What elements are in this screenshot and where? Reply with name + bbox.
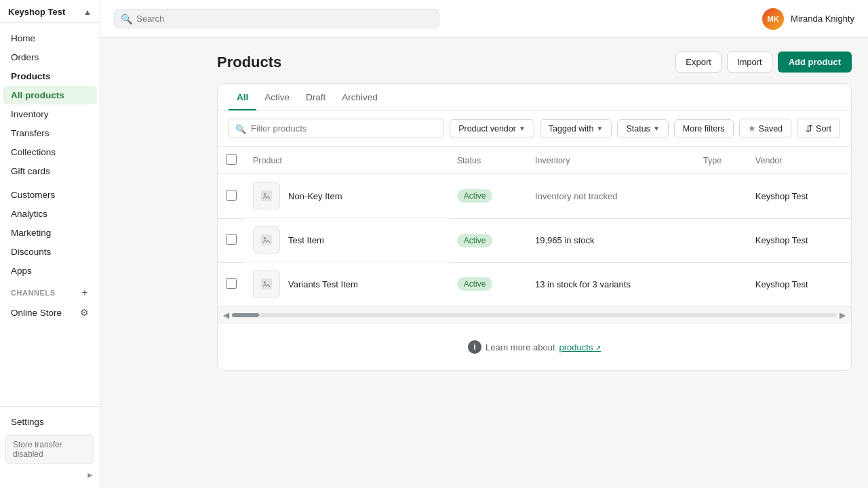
page-header: Products Export Import Add product	[217, 52, 852, 73]
product-vendor-label: Product vendor	[458, 124, 516, 134]
learn-more-text: Learn more about	[486, 342, 555, 352]
sidebar: Keyshop Test ▲ Home Orders Products All …	[0, 0, 100, 488]
row-checkbox-0[interactable]	[226, 190, 237, 201]
sidebar-item-orders[interactable]: Orders	[3, 48, 97, 66]
main-content: Products Export Import Add product All A…	[201, 38, 868, 488]
table-row[interactable]: Non-Key Item Active Inventory not tracke…	[218, 174, 851, 219]
learn-more-section: i Learn more about products ↗	[218, 324, 851, 370]
table-row[interactable]: Variants Test Item Active 13 in stock fo…	[218, 262, 851, 306]
svg-rect-4	[261, 279, 272, 289]
row-checkbox-cell	[218, 262, 245, 306]
col-header-status: Status	[449, 147, 527, 174]
select-all-cell	[218, 147, 245, 174]
status-filter[interactable]: Status ▼	[617, 119, 668, 138]
row-status-cell: Active	[449, 174, 527, 219]
sidebar-item-discounts[interactable]: Discounts	[3, 243, 97, 261]
sidebar-item-home[interactable]: Home	[3, 29, 97, 47]
sidebar-item-all-products[interactable]: All products	[3, 86, 97, 104]
vendor-name: Keyshop Test	[755, 279, 808, 289]
tab-all[interactable]: All	[229, 84, 256, 110]
inventory-text: 19,965 in stock	[535, 235, 594, 245]
tab-archived[interactable]: Archived	[334, 84, 386, 110]
chevron-down-icon: ▼	[519, 125, 526, 132]
scroll-left-arrow[interactable]: ◀	[223, 310, 229, 320]
sidebar-item-online-store[interactable]: Online Store ⚙	[3, 303, 97, 322]
row-product-cell: Variants Test Item	[245, 262, 449, 306]
settings-icon[interactable]: ⚙	[80, 307, 89, 318]
chevron-right-icon[interactable]: ►	[86, 470, 94, 480]
avatar[interactable]: MK	[762, 8, 784, 30]
svg-point-1	[264, 193, 266, 195]
tab-draft[interactable]: Draft	[298, 84, 334, 110]
tagged-with-filter[interactable]: Tagged with ▼	[540, 119, 612, 138]
sort-button[interactable]: ⇵ Sort	[797, 119, 840, 138]
topbar: 🔍 MK Miranda Knighty	[100, 0, 868, 38]
topbar-search-wrap: 🔍	[114, 9, 439, 28]
topbar-search-input[interactable]	[114, 9, 439, 28]
select-all-checkbox[interactable]	[226, 154, 237, 165]
sidebar-item-transfers[interactable]: Transfers	[3, 124, 97, 142]
sidebar-item-collections[interactable]: Collections	[3, 143, 97, 161]
product-image-0	[253, 182, 280, 209]
product-image-1	[253, 226, 280, 253]
row-inventory-cell: 13 in stock for 3 variants	[527, 262, 695, 306]
sidebar-item-marketing[interactable]: Marketing	[3, 224, 97, 242]
row-inventory-cell: 19,965 in stock	[527, 218, 695, 262]
sidebar-item-label: Transfers	[11, 128, 50, 138]
svg-point-3	[264, 237, 266, 239]
sidebar-item-label: Products	[11, 71, 51, 81]
row-product-cell: Test Item	[245, 218, 449, 262]
sidebar-item-apps[interactable]: Apps	[3, 262, 97, 280]
sidebar-item-settings[interactable]: Settings	[3, 413, 97, 431]
row-checkbox-cell	[218, 174, 245, 219]
chevron-down-icon[interactable]: ▲	[83, 7, 92, 17]
table-row[interactable]: Test Item Active 19,965 in stock Keyshop…	[218, 218, 851, 262]
search-icon: 🔍	[121, 14, 132, 24]
info-icon: i	[468, 340, 481, 354]
tabs: All Active Draft Archived	[218, 84, 851, 110]
row-product-cell: Non-Key Item	[245, 174, 449, 218]
product-name: Variants Test Item	[288, 279, 358, 289]
sidebar-item-label: Inventory	[11, 109, 49, 119]
more-filters-button[interactable]: More filters	[674, 119, 734, 138]
tab-active[interactable]: Active	[256, 84, 298, 110]
export-button[interactable]: Export	[675, 52, 722, 73]
import-button[interactable]: Import	[727, 52, 772, 73]
sidebar-item-inventory[interactable]: Inventory	[3, 105, 97, 123]
inventory-text: 13 in stock for 3 variants	[535, 279, 631, 289]
filters-row: 🔍 Product vendor ▼ Tagged with ▼ Status …	[218, 110, 851, 147]
table-body: Non-Key Item Active Inventory not tracke…	[218, 174, 851, 306]
external-link-icon: ↗	[595, 344, 601, 352]
add-product-button[interactable]: Add product	[778, 52, 852, 73]
products-link[interactable]: products ↗	[559, 342, 601, 352]
sidebar-item-label: Settings	[11, 417, 44, 427]
channels-label: CHANNELS	[11, 289, 56, 297]
more-filters-label: More filters	[683, 124, 725, 134]
scroll-right-arrow[interactable]: ▶	[840, 310, 846, 320]
sidebar-item-label: Marketing	[11, 228, 51, 238]
col-header-type: Type	[695, 147, 747, 174]
channels-section-header: CHANNELS +	[0, 281, 100, 302]
chevron-down-icon: ▼	[597, 125, 604, 132]
topbar-username[interactable]: Miranda Knighty	[791, 14, 854, 24]
row-vendor-cell: Keyshop Test	[747, 218, 851, 262]
sidebar-item-analytics[interactable]: Analytics	[3, 205, 97, 223]
sidebar-item-label: Gift cards	[11, 166, 50, 176]
row-checkbox-2[interactable]	[226, 278, 237, 289]
store-transfer-badge: Store transfer disabled	[5, 435, 94, 464]
filter-products-input[interactable]	[229, 119, 444, 138]
sort-icon: ⇵	[806, 123, 813, 134]
col-header-product: Product	[245, 147, 449, 174]
col-header-vendor: Vendor	[747, 147, 851, 174]
row-vendor-cell: Keyshop Test	[747, 174, 851, 219]
product-image-2	[253, 270, 280, 298]
product-vendor-filter[interactable]: Product vendor ▼	[450, 119, 534, 138]
sidebar-item-products[interactable]: Products	[3, 67, 97, 85]
saved-button[interactable]: ★ Saved	[739, 119, 791, 138]
chevron-down-icon: ▼	[653, 125, 660, 132]
add-channel-button[interactable]: +	[78, 286, 92, 300]
sidebar-item-gift-cards[interactable]: Gift cards	[3, 162, 97, 180]
scroll-indicator: ◀ ▶	[218, 306, 851, 324]
sidebar-item-customers[interactable]: Customers	[3, 186, 97, 204]
row-checkbox-1[interactable]	[226, 234, 237, 245]
